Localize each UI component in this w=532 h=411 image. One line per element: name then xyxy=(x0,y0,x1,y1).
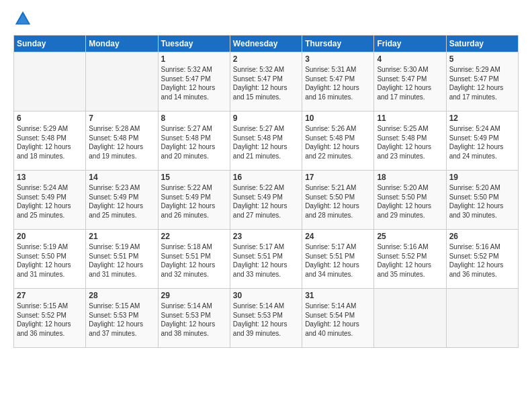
cell-info: Sunrise: 5:16 AMSunset: 5:52 PMDaylight:… xyxy=(377,242,443,279)
day-number: 2 xyxy=(233,54,299,64)
calendar-cell: 13Sunrise: 5:24 AMSunset: 5:49 PMDayligh… xyxy=(14,171,86,230)
cell-info: Sunrise: 5:27 AMSunset: 5:48 PMDaylight:… xyxy=(233,124,299,161)
day-number: 26 xyxy=(449,232,515,241)
day-number: 14 xyxy=(89,173,154,182)
cell-info: Sunrise: 5:32 AMSunset: 5:47 PMDaylight:… xyxy=(161,65,227,101)
cell-info: Sunrise: 5:24 AMSunset: 5:49 PMDaylight:… xyxy=(17,183,83,220)
cell-info: Sunrise: 5:14 AMSunset: 5:53 PMDaylight:… xyxy=(233,302,299,338)
day-number: 12 xyxy=(449,113,515,123)
calendar-cell: 2Sunrise: 5:32 AMSunset: 5:47 PMDaylight… xyxy=(230,52,302,111)
weekday-header-row: SundayMondayTuesdayWednesdayThursdayFrid… xyxy=(14,36,519,52)
cell-info: Sunrise: 5:19 AMSunset: 5:51 PMDaylight:… xyxy=(89,242,154,279)
day-number: 8 xyxy=(161,113,227,123)
cell-info: Sunrise: 5:27 AMSunset: 5:48 PMDaylight:… xyxy=(161,124,227,161)
calendar-cell: 23Sunrise: 5:17 AMSunset: 5:51 PMDayligh… xyxy=(230,230,302,289)
calendar-cell: 6Sunrise: 5:29 AMSunset: 5:48 PMDaylight… xyxy=(14,111,86,171)
cell-info: Sunrise: 5:22 AMSunset: 5:49 PMDaylight:… xyxy=(233,183,299,220)
day-number: 21 xyxy=(89,232,154,241)
day-number: 23 xyxy=(233,232,299,241)
cell-info: Sunrise: 5:31 AMSunset: 5:47 PMDaylight:… xyxy=(305,65,371,101)
calendar-cell: 7Sunrise: 5:28 AMSunset: 5:48 PMDaylight… xyxy=(86,111,158,171)
calendar-cell: 20Sunrise: 5:19 AMSunset: 5:50 PMDayligh… xyxy=(14,230,86,289)
cell-info: Sunrise: 5:26 AMSunset: 5:48 PMDaylight:… xyxy=(305,124,371,161)
cell-info: Sunrise: 5:15 AMSunset: 5:52 PMDaylight:… xyxy=(17,302,83,338)
cell-info: Sunrise: 5:16 AMSunset: 5:52 PMDaylight:… xyxy=(449,242,515,279)
day-number: 15 xyxy=(161,173,227,182)
weekday-header-saturday: Saturday xyxy=(446,36,518,52)
calendar-week-row: 20Sunrise: 5:19 AMSunset: 5:50 PMDayligh… xyxy=(14,230,519,289)
calendar-cell: 31Sunrise: 5:14 AMSunset: 5:54 PMDayligh… xyxy=(302,289,374,348)
day-number: 6 xyxy=(17,113,83,123)
cell-info: Sunrise: 5:32 AMSunset: 5:47 PMDaylight:… xyxy=(233,65,299,101)
page-header xyxy=(13,12,519,28)
day-number: 4 xyxy=(377,54,443,64)
day-number: 18 xyxy=(377,173,443,182)
calendar-week-row: 1Sunrise: 5:32 AMSunset: 5:47 PMDaylight… xyxy=(14,52,519,111)
calendar-cell xyxy=(14,52,86,111)
cell-info: Sunrise: 5:19 AMSunset: 5:50 PMDaylight:… xyxy=(17,242,83,279)
cell-info: Sunrise: 5:15 AMSunset: 5:53 PMDaylight:… xyxy=(89,302,154,338)
day-number: 30 xyxy=(233,291,299,300)
calendar-week-row: 13Sunrise: 5:24 AMSunset: 5:49 PMDayligh… xyxy=(14,171,519,230)
calendar-cell: 1Sunrise: 5:32 AMSunset: 5:47 PMDaylight… xyxy=(158,52,230,111)
cell-info: Sunrise: 5:30 AMSunset: 5:47 PMDaylight:… xyxy=(377,65,443,101)
calendar-cell xyxy=(374,289,446,348)
day-number: 10 xyxy=(305,113,371,123)
calendar-cell: 21Sunrise: 5:19 AMSunset: 5:51 PMDayligh… xyxy=(86,230,158,289)
cell-info: Sunrise: 5:29 AMSunset: 5:48 PMDaylight:… xyxy=(17,124,83,161)
day-number: 9 xyxy=(233,113,299,123)
day-number: 24 xyxy=(305,232,371,241)
day-number: 29 xyxy=(161,291,227,300)
cell-info: Sunrise: 5:14 AMSunset: 5:53 PMDaylight:… xyxy=(161,302,227,338)
day-number: 25 xyxy=(377,232,443,241)
cell-info: Sunrise: 5:20 AMSunset: 5:50 PMDaylight:… xyxy=(449,183,515,220)
cell-info: Sunrise: 5:14 AMSunset: 5:54 PMDaylight:… xyxy=(305,302,371,338)
cell-info: Sunrise: 5:25 AMSunset: 5:48 PMDaylight:… xyxy=(377,124,443,161)
day-number: 27 xyxy=(17,291,83,300)
cell-info: Sunrise: 5:23 AMSunset: 5:49 PMDaylight:… xyxy=(89,183,154,220)
cell-info: Sunrise: 5:17 AMSunset: 5:51 PMDaylight:… xyxy=(305,242,371,279)
cell-info: Sunrise: 5:24 AMSunset: 5:49 PMDaylight:… xyxy=(449,124,515,161)
calendar-cell: 26Sunrise: 5:16 AMSunset: 5:52 PMDayligh… xyxy=(446,230,518,289)
calendar-cell: 30Sunrise: 5:14 AMSunset: 5:53 PMDayligh… xyxy=(230,289,302,348)
weekday-header-tuesday: Tuesday xyxy=(158,36,230,52)
calendar-week-row: 6Sunrise: 5:29 AMSunset: 5:48 PMDaylight… xyxy=(14,111,519,171)
day-number: 20 xyxy=(17,232,83,241)
logo xyxy=(13,12,35,28)
calendar-cell: 8Sunrise: 5:27 AMSunset: 5:48 PMDaylight… xyxy=(158,111,230,171)
calendar-cell: 3Sunrise: 5:31 AMSunset: 5:47 PMDaylight… xyxy=(302,52,374,111)
calendar-cell: 16Sunrise: 5:22 AMSunset: 5:49 PMDayligh… xyxy=(230,171,302,230)
calendar-week-row: 27Sunrise: 5:15 AMSunset: 5:52 PMDayligh… xyxy=(14,289,519,348)
calendar-cell: 11Sunrise: 5:25 AMSunset: 5:48 PMDayligh… xyxy=(374,111,446,171)
day-number: 28 xyxy=(89,291,154,300)
day-number: 31 xyxy=(305,291,371,300)
calendar-cell: 29Sunrise: 5:14 AMSunset: 5:53 PMDayligh… xyxy=(158,289,230,348)
day-number: 5 xyxy=(449,54,515,64)
calendar-cell: 10Sunrise: 5:26 AMSunset: 5:48 PMDayligh… xyxy=(302,111,374,171)
weekday-header-monday: Monday xyxy=(86,36,158,52)
day-number: 11 xyxy=(377,113,443,123)
calendar-cell: 18Sunrise: 5:20 AMSunset: 5:50 PMDayligh… xyxy=(374,171,446,230)
calendar-cell: 4Sunrise: 5:30 AMSunset: 5:47 PMDaylight… xyxy=(374,52,446,111)
calendar-cell: 5Sunrise: 5:29 AMSunset: 5:47 PMDaylight… xyxy=(446,52,518,111)
weekday-header-sunday: Sunday xyxy=(14,36,86,52)
logo-icon xyxy=(13,9,32,28)
cell-info: Sunrise: 5:28 AMSunset: 5:48 PMDaylight:… xyxy=(89,124,154,161)
calendar-cell: 24Sunrise: 5:17 AMSunset: 5:51 PMDayligh… xyxy=(302,230,374,289)
cell-info: Sunrise: 5:17 AMSunset: 5:51 PMDaylight:… xyxy=(233,242,299,279)
weekday-header-friday: Friday xyxy=(374,36,446,52)
calendar-cell: 9Sunrise: 5:27 AMSunset: 5:48 PMDaylight… xyxy=(230,111,302,171)
day-number: 13 xyxy=(17,173,83,182)
day-number: 22 xyxy=(161,232,227,241)
cell-info: Sunrise: 5:18 AMSunset: 5:51 PMDaylight:… xyxy=(161,242,227,279)
calendar-cell xyxy=(446,289,518,348)
calendar-cell: 15Sunrise: 5:22 AMSunset: 5:49 PMDayligh… xyxy=(158,171,230,230)
calendar-cell: 27Sunrise: 5:15 AMSunset: 5:52 PMDayligh… xyxy=(14,289,86,348)
cell-info: Sunrise: 5:22 AMSunset: 5:49 PMDaylight:… xyxy=(161,183,227,220)
cell-info: Sunrise: 5:29 AMSunset: 5:47 PMDaylight:… xyxy=(449,65,515,101)
calendar-cell: 25Sunrise: 5:16 AMSunset: 5:52 PMDayligh… xyxy=(374,230,446,289)
weekday-header-wednesday: Wednesday xyxy=(230,36,302,52)
calendar-table: SundayMondayTuesdayWednesdayThursdayFrid… xyxy=(13,35,519,348)
calendar-cell xyxy=(86,52,158,111)
day-number: 1 xyxy=(161,54,227,64)
